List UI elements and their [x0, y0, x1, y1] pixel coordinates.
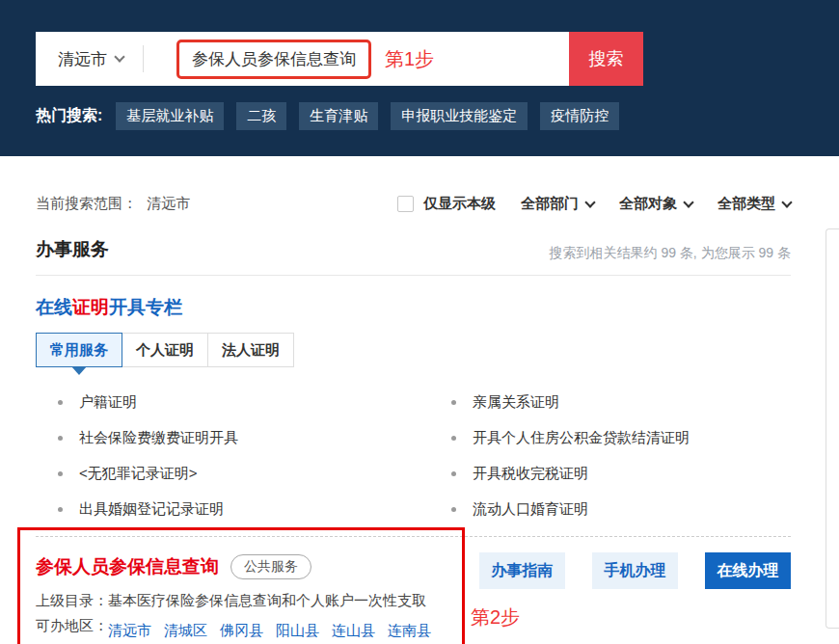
service-link: <无犯罪记录证明>: [79, 465, 198, 483]
hot-tag[interactable]: 二孩: [236, 102, 286, 130]
bullet-icon: [451, 400, 456, 405]
result-actions-area: 办事指南 手机办理 在线办理 第2步: [479, 527, 791, 644]
region-links: 清远市 清城区 佛冈县 阳山县 连山县 连南县 清新区 英德市 连州市: [108, 617, 436, 644]
search-bar: 清远市 参保人员参保信息查询 第1步: [36, 32, 569, 86]
only-current-level-toggle[interactable]: 仅显示本级: [397, 195, 496, 213]
dashed-separator: [36, 536, 791, 537]
bullet-icon: [451, 471, 456, 476]
tab-legal-certs[interactable]: 法人证明: [207, 333, 294, 367]
search-scope: 当前搜索范围： 清远市: [36, 195, 190, 213]
list-item[interactable]: <无犯罪记录证明>: [36, 456, 429, 492]
search-row: 清远市 参保人员参保信息查询 第1步 搜索: [36, 32, 643, 86]
results-section-head: 办事服务 搜索到相关结果约 99 条, 为您展示 99 条: [36, 237, 791, 262]
cert-service-lists: 户籍证明 社会保险费缴费证明开具 <无犯罪记录证明> 出具婚姻登记记录证明 亲属…: [36, 385, 791, 527]
hot-tag[interactable]: 生育津贴: [299, 102, 378, 130]
bullet-icon: [58, 471, 63, 476]
list-item[interactable]: 户籍证明: [36, 385, 429, 420]
chevron-down-icon: [683, 197, 693, 207]
type-dropdown-label: 全部类型: [717, 195, 775, 213]
filter-controls: 仅显示本级 全部部门 全部对象 全部类型: [397, 195, 791, 213]
service-link: 社会保险费缴费证明开具: [79, 429, 238, 447]
region-select[interactable]: 清远市: [36, 48, 143, 70]
list-item[interactable]: 流动人口婚育证明: [429, 492, 791, 527]
bullet-icon: [451, 436, 456, 441]
table-row: 参保人员参保信息查询 公共服务 上级目录： 基本医疗保险参保信息查询和个人账户一…: [36, 527, 791, 644]
mobile-handle-button[interactable]: 手机办理: [592, 552, 678, 589]
list-item[interactable]: 开具税收完税证明: [429, 456, 791, 492]
parent-directory-label: 上级目录：: [36, 592, 108, 610]
main-content: 当前搜索范围： 清远市 仅显示本级 全部部门 全部对象 全部类型 办事服务 搜索: [0, 195, 839, 644]
active-tab-pointer: [71, 366, 87, 375]
service-link: 出具婚姻登记记录证明: [79, 500, 224, 519]
region-link[interactable]: 连山县: [332, 617, 375, 644]
status-badge: 公共服务: [230, 554, 311, 579]
department-dropdown-label: 全部部门: [521, 195, 579, 213]
cert-column-title: 在线证明开具专栏: [36, 295, 791, 320]
results-count: 搜索到相关结果约 99 条, 为您展示 99 条: [550, 245, 791, 262]
tab-label: 个人证明: [136, 341, 194, 360]
scope-value: 清远市: [147, 195, 190, 211]
result-item-info: 参保人员参保信息查询 公共服务 上级目录： 基本医疗保险参保信息查询和个人账户一…: [36, 527, 465, 644]
checkbox[interactable]: [397, 196, 414, 212]
only-current-level-label: 仅显示本级: [423, 195, 496, 213]
step1-annotation: 第1步: [385, 46, 434, 72]
region-select-value: 清远市: [58, 48, 107, 70]
section-divider: [36, 275, 791, 276]
bullet-icon: [58, 436, 63, 441]
result-title-link[interactable]: 参保人员参保信息查询: [36, 554, 219, 579]
result-item-section: 参保人员参保信息查询 公共服务 上级目录： 基本医疗保险参保信息查询和个人账户一…: [36, 527, 791, 644]
region-link[interactable]: 清城区: [164, 617, 207, 644]
step2-annotation: 第2步: [471, 604, 791, 631]
section-title: 办事服务: [36, 237, 109, 262]
chevron-down-icon: [584, 197, 595, 207]
object-dropdown[interactable]: 全部对象: [619, 195, 692, 213]
list-item[interactable]: 社会保险费缴费证明开具: [36, 420, 429, 456]
tab-personal-certs[interactable]: 个人证明: [122, 333, 208, 367]
hot-tag[interactable]: 基层就业补贴: [116, 102, 224, 130]
service-link: 开具个人住房公积金贷款结清证明: [473, 429, 690, 447]
hot-search-label: 热门搜索:: [36, 106, 102, 126]
parent-directory-value: 基本医疗保险参保信息查询和个人账户一次性支取: [108, 592, 426, 610]
service-column-left: 户籍证明 社会保险费缴费证明开具 <无犯罪记录证明> 出具婚姻登记记录证明: [36, 385, 429, 527]
list-item[interactable]: 开具个人住房公积金贷款结清证明: [429, 420, 791, 456]
cert-tabs: 常用服务 个人证明 法人证明: [36, 333, 791, 367]
hot-tag[interactable]: 申报职业技能鉴定: [391, 102, 528, 130]
search-button[interactable]: 搜索: [569, 32, 643, 86]
query-annotation-box: 参保人员参保信息查询: [176, 40, 371, 79]
service-link: 开具税收完税证明: [473, 465, 588, 483]
hot-search-row: 热门搜索: 基层就业补贴 二孩 生育津贴 申报职业技能鉴定 疫情防控: [36, 102, 839, 130]
result-title-row: 参保人员参保信息查询 公共服务: [36, 554, 465, 579]
cert-title-part: 在线: [36, 297, 72, 317]
region-link[interactable]: 清远市: [108, 617, 151, 644]
filter-row: 当前搜索范围： 清远市 仅显示本级 全部部门 全部对象 全部类型: [36, 195, 791, 213]
service-link: 亲属关系证明: [473, 393, 559, 412]
service-link: 户籍证明: [79, 393, 137, 412]
tab-common-services[interactable]: 常用服务: [36, 333, 122, 367]
region-link[interactable]: 连南县: [388, 617, 431, 644]
cert-title-part: 开具专栏: [109, 297, 182, 317]
region-link[interactable]: 佛冈县: [220, 617, 263, 644]
service-column-right: 亲属关系证明 开具个人住房公积金贷款结清证明 开具税收完税证明 流动人口婚育证明: [429, 385, 791, 527]
region-link[interactable]: 阳山县: [276, 617, 319, 644]
search-input[interactable]: 参保人员参保信息查询 第1步: [144, 40, 569, 79]
site-header: 清远市 参保人员参保信息查询 第1步 搜索 热门搜索: 基层就业补贴 二孩 生育…: [0, 0, 839, 156]
available-regions-row: 可办地区： 清远市 清城区 佛冈县 阳山县 连山县 连南县 清新区 英德市 连州…: [36, 617, 465, 644]
list-item[interactable]: 亲属关系证明: [429, 385, 791, 420]
tab-label: 法人证明: [222, 341, 280, 360]
bullet-icon: [58, 400, 63, 405]
hot-tag[interactable]: 疫情防控: [540, 102, 619, 130]
scope-label: 当前搜索范围：: [36, 195, 137, 211]
chevron-down-icon: [781, 197, 792, 207]
type-dropdown[interactable]: 全部类型: [717, 195, 791, 213]
bullet-icon: [58, 507, 63, 512]
chevron-down-icon: [114, 51, 124, 62]
parent-directory-row: 上级目录： 基本医疗保险参保信息查询和个人账户一次性支取: [36, 592, 465, 610]
hot-search-tags: 基层就业补贴 二孩 生育津贴 申报职业技能鉴定 疫情防控: [116, 102, 619, 130]
service-link: 流动人口婚育证明: [473, 500, 588, 519]
list-item[interactable]: 出具婚姻登记记录证明: [36, 492, 429, 527]
tab-label: 常用服务: [50, 341, 108, 360]
online-handle-button[interactable]: 在线办理: [705, 552, 791, 589]
side-panel-edge: [825, 228, 839, 629]
guide-button[interactable]: 办事指南: [479, 552, 565, 589]
department-dropdown[interactable]: 全部部门: [521, 195, 594, 213]
